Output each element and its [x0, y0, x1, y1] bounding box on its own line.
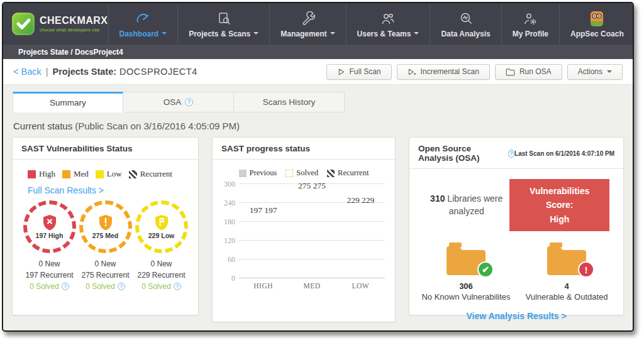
owl-icon — [589, 10, 605, 26]
chevron-down-icon — [607, 70, 612, 75]
bar-group-high: 197 197 — [239, 184, 287, 278]
top-navigation: CHECKMARX choose what developers use Das… — [3, 3, 633, 45]
solved-count: 0 Solved — [86, 281, 115, 292]
nav-label: Management — [280, 30, 326, 38]
new-count: 0 New — [133, 258, 189, 270]
help-icon[interactable]: ? — [185, 98, 193, 106]
high-swatch — [28, 170, 36, 178]
shield-flag-icon — [154, 214, 169, 231]
panel-title: SAST progress status — [221, 144, 310, 153]
x-label: MED — [287, 282, 336, 290]
analysis-magnifier-icon — [458, 10, 474, 26]
y-tick-label: 240 — [224, 199, 235, 208]
chevron-down-icon — [253, 32, 258, 37]
solved-count: 0 Solved — [142, 281, 171, 292]
chevron-down-icon — [162, 32, 167, 37]
tab-osa[interactable]: OSA? — [123, 92, 234, 112]
severity-circles: 197 High 0 New 197 Recurrent 0 Solved? 2… — [13, 200, 198, 292]
back-link[interactable]: < Back — [13, 67, 42, 77]
view-analysis-results-link[interactable]: View Analysis Results > — [409, 311, 623, 321]
low-swatch — [96, 170, 104, 178]
bar-plot: 197 197275 275229 229 — [239, 184, 385, 278]
people-icon — [380, 10, 396, 26]
nav-label: Projects & Scans — [189, 30, 250, 38]
nav-item-my-profile[interactable]: My Profile — [501, 3, 559, 45]
tab-summary[interactable]: Summary — [13, 92, 123, 112]
no-known-vulnerabilities-block: ✔ 306 No Known Vulnerabilites — [416, 240, 516, 302]
nav-item-dashboard[interactable]: Dashboard — [108, 3, 178, 45]
actions-button[interactable]: Actions — [567, 64, 623, 80]
solved-swatch — [286, 170, 293, 177]
folder-label: Vulnerable & Outdated — [516, 292, 617, 302]
page-title-label: Projects State: — [53, 67, 117, 77]
check-badge-icon: ✔ — [477, 261, 494, 278]
tab-scans-history[interactable]: Scans History — [234, 92, 345, 112]
wrench-icon — [300, 10, 315, 26]
new-count: 0 New — [77, 258, 133, 270]
new-count: 0 New — [21, 258, 77, 270]
vulnerable-outdated-block: ! 4 Vulnerable & Outdated — [516, 240, 617, 302]
help-icon[interactable]: ? — [174, 283, 181, 290]
run-osa-button[interactable]: Run OSA — [495, 64, 562, 80]
recurrent-count: 229 Recurrent — [133, 270, 189, 281]
nav-item-management[interactable]: Management — [269, 3, 345, 45]
incremental-scan-button[interactable]: Incremental Scan — [397, 64, 490, 80]
nav-label: My Profile — [513, 30, 548, 38]
page-header: < Back | Projects State: DOCSPROJECT4 Fu… — [3, 59, 633, 85]
panel-title: Open Source Analysis (OSA) — [418, 144, 504, 163]
help-icon[interactable]: ? — [508, 150, 514, 158]
nav-label: AppSec Coach — [570, 30, 624, 38]
high-severity-block: 197 High 0 New 197 Recurrent 0 Solved? — [21, 200, 77, 292]
chart-x-axis: HIGH MED LOW — [239, 282, 385, 290]
chevron-down-icon — [330, 32, 335, 37]
tab-bar: Summary OSA? Scans History — [13, 92, 633, 112]
brand-logo[interactable]: CHECKMARX choose what developers use — [3, 3, 108, 45]
nav-item-projects-scans[interactable]: Projects & Scans — [177, 3, 269, 45]
current-status-line: Current status(Public Scan on 3/16/2016 … — [13, 121, 623, 131]
bar-value-label: 275 275 — [287, 181, 336, 191]
low-ring: 229 Low — [135, 200, 188, 253]
folder-count: 4 — [516, 281, 617, 291]
help-icon[interactable]: ? — [118, 283, 125, 290]
play-plus-icon — [408, 68, 416, 76]
y-tick-label: 120 — [224, 236, 235, 246]
header-divider: | — [46, 67, 48, 77]
nav-item-data-analysis[interactable]: Data Analysis — [430, 3, 501, 45]
breadcrumb-text: Projects State / DocsProject4 — [18, 48, 123, 57]
bar-value-label: 197 197 — [239, 205, 287, 215]
folder-icon — [506, 68, 515, 76]
nav-label: Users & Teams — [357, 30, 411, 38]
last-scan-timestamp: Last Scan on 6/1/2016 4:07:10 PM — [514, 150, 614, 157]
med-swatch — [62, 170, 70, 178]
y-tick-label: 300 — [224, 180, 235, 189]
checkmarx-logo-icon — [12, 13, 35, 35]
header-actions: Full Scan Incremental Scan Run OSA Actio… — [326, 64, 623, 80]
nav-label: Data Analysis — [441, 30, 490, 38]
full-scan-button[interactable]: Full Scan — [326, 64, 392, 80]
recurrent-swatch — [129, 170, 137, 178]
help-icon[interactable]: ? — [62, 283, 69, 290]
nav-item-users-teams[interactable]: Users & Teams — [346, 3, 430, 45]
brand-tagline: choose what developers use — [40, 27, 108, 33]
play-icon — [337, 68, 345, 76]
shield-exclamation-icon — [98, 214, 113, 231]
folder-count: 306 — [416, 281, 516, 291]
x-label: HIGH — [239, 282, 287, 290]
y-tick-label: 60 — [228, 255, 235, 264]
recurrent-swatch — [327, 170, 335, 177]
brand-name: CHECKMARX — [40, 16, 108, 26]
app-window: CHECKMARX choose what developers use Das… — [2, 2, 634, 332]
nav-label: Dashboard — [119, 30, 159, 38]
page-title-value: DOCSPROJECT4 — [119, 67, 197, 77]
osa-panel: Open Source Analysis (OSA)? Last Scan on… — [409, 137, 624, 315]
libraries-analyzed-text: 310 Libraries were analyzed — [423, 193, 509, 217]
x-label: LOW — [336, 282, 385, 290]
bar-group-med: 275 275 — [287, 184, 336, 278]
med-ring: 275 Med — [79, 200, 132, 253]
person-gear-icon — [523, 10, 538, 26]
bar-group-low: 229 229 — [336, 184, 385, 278]
full-scan-results-link[interactable]: Full Scan Results > — [28, 185, 104, 195]
nav-item-appsec-coach[interactable]: AppSec Coach — [559, 3, 634, 45]
chevron-down-icon — [414, 32, 419, 37]
summary-panels: SAST Vulnerabilities Status High Med Low… — [12, 137, 624, 322]
